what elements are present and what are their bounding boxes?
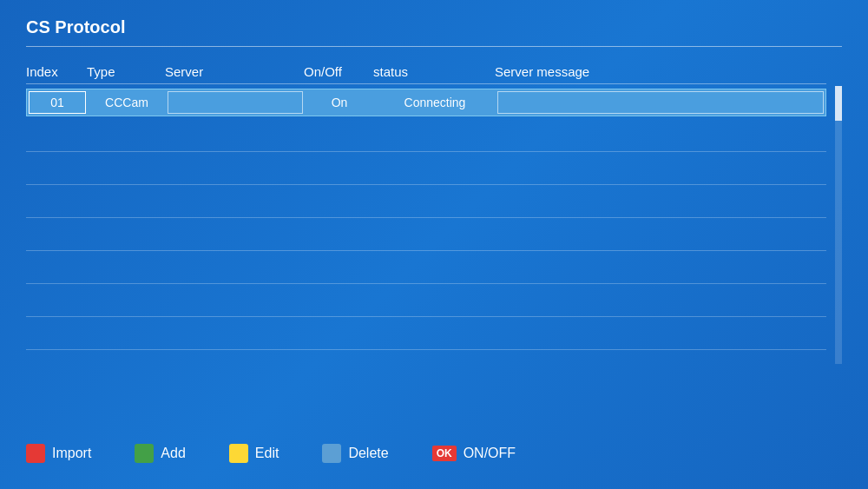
table-section: Index Type Server On/Off status Server m… [26, 60, 826, 410]
empty-row-1 [26, 121, 826, 152]
col-server: Server [165, 64, 304, 79]
empty-row-7 [26, 319, 826, 350]
cell-onoff: On [305, 89, 374, 116]
cell-server [168, 91, 303, 114]
onoff-label: ON/OFF [464, 446, 516, 461]
col-onoff: On/Off [304, 64, 373, 79]
scrollbar-thumb [835, 86, 842, 121]
col-message: Server message [495, 64, 826, 79]
ok-icon: OK [432, 446, 457, 461]
content-area: Index Type Server On/Off status Server m… [26, 60, 842, 410]
scrollbar[interactable] [835, 86, 842, 364]
edit-button[interactable]: Edit [229, 444, 279, 463]
cell-message [497, 91, 824, 114]
empty-row-6 [26, 286, 826, 317]
import-icon [26, 444, 45, 463]
empty-rows [26, 121, 826, 350]
import-button[interactable]: Import [26, 444, 91, 463]
empty-row-5 [26, 253, 826, 284]
cell-status: Connecting [374, 89, 496, 116]
delete-label: Delete [348, 446, 388, 461]
import-label: Import [52, 446, 91, 461]
empty-row-3 [26, 187, 826, 218]
empty-row-2 [26, 154, 826, 185]
cell-type: CCCam [88, 89, 166, 116]
delete-icon [322, 444, 341, 463]
add-label: Add [161, 446, 185, 461]
delete-button[interactable]: Delete [322, 444, 388, 463]
edit-icon [229, 444, 248, 463]
main-container: CS Protocol Index Type Server On/Off sta… [0, 0, 868, 489]
empty-row-4 [26, 220, 826, 251]
col-type: Type [87, 64, 165, 79]
add-icon [135, 444, 154, 463]
table-row[interactable]: 01 CCCam On Connecting [26, 89, 826, 116]
table-header: Index Type Server On/Off status Server m… [26, 60, 826, 84]
col-status: status [373, 64, 495, 79]
cell-index: 01 [29, 91, 86, 114]
bottom-bar: Import Add Edit Delete OK ON/OFF [26, 444, 842, 463]
add-button[interactable]: Add [135, 444, 185, 463]
onoff-button[interactable]: OK ON/OFF [432, 446, 516, 461]
edit-label: Edit [255, 446, 279, 461]
col-index: Index [26, 64, 87, 79]
page-title: CS Protocol [26, 17, 842, 47]
